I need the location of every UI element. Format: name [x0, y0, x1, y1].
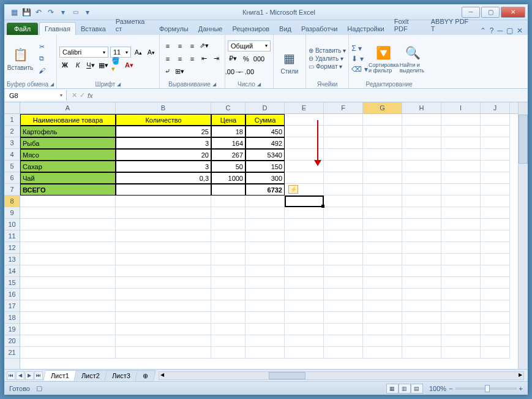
sheet-nav-prev-icon[interactable]: ◀ [16, 371, 24, 380]
zoom-slider[interactable] [455, 387, 517, 390]
cell[interactable] [245, 277, 285, 289]
tab-view[interactable]: Вид [274, 23, 296, 35]
wrap-text-icon[interactable]: ⤶ [162, 66, 173, 77]
tab-formulas[interactable]: Формулы [154, 23, 193, 35]
cell[interactable] [441, 114, 481, 126]
doc-restore-icon[interactable]: ▢ [506, 26, 513, 35]
cell[interactable] [481, 289, 510, 300]
cell[interactable] [441, 230, 481, 242]
cell[interactable] [324, 172, 363, 184]
cell[interactable] [481, 312, 510, 324]
cell[interactable] [363, 277, 402, 289]
underline-icon[interactable]: Ч▾ [85, 59, 96, 70]
cell[interactable] [481, 172, 510, 184]
cell[interactable]: 3 [116, 137, 211, 149]
cell[interactable] [211, 300, 245, 312]
col-header-B[interactable]: B [116, 102, 211, 113]
cell[interactable] [20, 335, 116, 347]
cell[interactable] [285, 265, 324, 277]
cell[interactable] [402, 196, 441, 207]
row-header-1[interactable]: 1 [4, 114, 20, 126]
cell[interactable]: Цена [211, 114, 245, 126]
cell[interactable] [285, 347, 324, 359]
cell[interactable] [285, 114, 324, 126]
cell[interactable]: 6732 [245, 184, 285, 196]
cell[interactable] [481, 242, 510, 254]
cell[interactable] [20, 347, 116, 359]
enter-formula-icon[interactable]: ✓ [80, 91, 85, 99]
row-header-5[interactable]: 5 [4, 161, 20, 172]
cell[interactable] [481, 196, 510, 207]
cell[interactable] [402, 289, 441, 300]
cell[interactable] [211, 219, 245, 230]
cell[interactable] [245, 324, 285, 335]
row-header-18[interactable]: 18 [4, 312, 20, 324]
autofill-options-icon[interactable]: ⚡ [288, 185, 298, 194]
cell[interactable] [324, 207, 363, 219]
sheet-nav-next-icon[interactable]: ▶ [25, 371, 34, 380]
cell[interactable] [481, 254, 510, 265]
col-header-J[interactable]: J [481, 102, 510, 113]
cell[interactable]: Наименование товара [20, 114, 116, 126]
indent-inc-icon[interactable]: ⇥ [211, 53, 222, 64]
cell[interactable] [116, 265, 211, 277]
cell[interactable] [211, 254, 245, 265]
select-all-corner[interactable] [4, 102, 20, 114]
cell[interactable] [116, 300, 211, 312]
font-name-combo[interactable]: Calibri▾ [59, 47, 108, 58]
name-box[interactable]: G8 ▾ [6, 90, 67, 101]
cell[interactable] [285, 277, 324, 289]
cell[interactable] [20, 219, 116, 230]
row-header-2[interactable]: 2 [4, 126, 20, 137]
autosum-icon[interactable]: Σ ▾ [351, 44, 367, 53]
help-icon[interactable]: ? [490, 26, 494, 35]
cancel-formula-icon[interactable]: ✕ [72, 91, 77, 99]
cell[interactable] [285, 137, 324, 149]
cell[interactable] [402, 242, 441, 254]
cell[interactable] [441, 300, 481, 312]
row-header-7[interactable]: 7 [4, 184, 20, 196]
cell[interactable] [324, 126, 363, 137]
cell[interactable] [363, 172, 402, 184]
cell[interactable]: 492 [245, 137, 285, 149]
cut-icon[interactable]: ✂ [36, 42, 47, 52]
namebox-dropdown-icon[interactable]: ▾ [60, 93, 62, 98]
cell[interactable] [245, 335, 285, 347]
cell[interactable] [441, 172, 481, 184]
tab-home[interactable]: Главная [39, 22, 76, 35]
doc-min-icon[interactable]: ─ [497, 26, 503, 35]
format-painter-icon[interactable]: 🖌 [36, 66, 47, 75]
cell[interactable]: ВСЕГО [20, 184, 116, 196]
cell[interactable] [324, 335, 363, 347]
cell[interactable] [285, 230, 324, 242]
cell[interactable] [363, 114, 402, 126]
col-header-F[interactable]: F [324, 102, 363, 113]
sheet-tab-2[interactable]: Лист2 [73, 370, 108, 381]
cell[interactable] [324, 230, 363, 242]
zoom-level[interactable]: 100% [429, 385, 446, 392]
undo-icon[interactable]: ↶ [34, 7, 43, 17]
shrink-font-icon[interactable]: A▾ [146, 47, 157, 58]
cell[interactable] [481, 184, 510, 196]
sheet-tab-3[interactable]: Лист3 [104, 370, 138, 381]
format-cells-button[interactable]: ▭Формат ▾ [309, 63, 346, 70]
number-launcher-icon[interactable]: ◢ [257, 82, 261, 87]
row-header-19[interactable]: 19 [4, 324, 20, 335]
cell[interactable]: 300 [245, 172, 285, 184]
font-color-icon[interactable]: A▾ [124, 59, 135, 70]
cell[interactable] [441, 265, 481, 277]
cell[interactable] [441, 196, 481, 207]
tab-review[interactable]: Рецензиров [228, 23, 275, 35]
find-select-button[interactable]: 🔍 Найти и выделить [400, 44, 427, 74]
border-icon[interactable]: ▦▾ [98, 59, 109, 70]
col-header-D[interactable]: D [245, 102, 285, 113]
cell[interactable] [481, 137, 510, 149]
cell[interactable] [363, 161, 402, 172]
cell[interactable] [285, 335, 324, 347]
tab-data[interactable]: Данные [193, 23, 228, 35]
maximize-button[interactable]: ▢ [481, 7, 500, 18]
currency-icon[interactable]: ₽▾ [228, 53, 239, 64]
styles-button[interactable]: ▦ Стили [276, 50, 303, 75]
cell[interactable] [245, 196, 285, 207]
align-center-icon[interactable]: ≡ [174, 53, 185, 64]
